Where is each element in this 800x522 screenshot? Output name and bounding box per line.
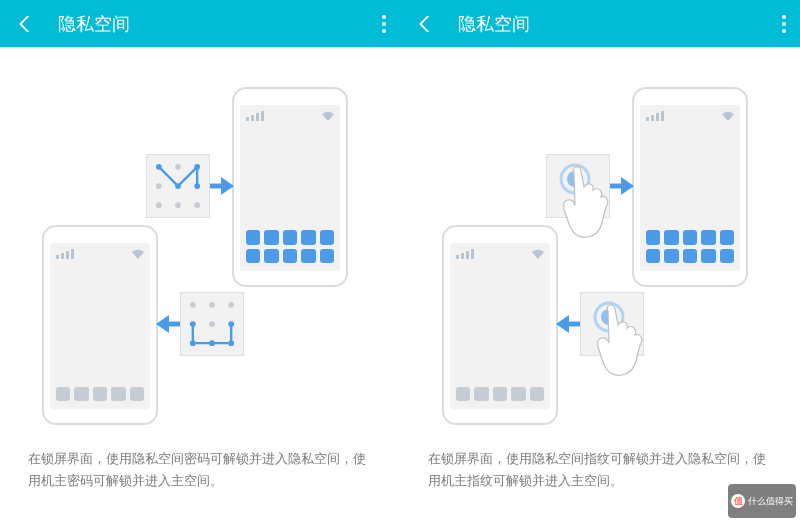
- svg-point-4: [175, 183, 181, 189]
- svg-point-1: [175, 164, 181, 170]
- back-icon[interactable]: [414, 13, 436, 35]
- svg-point-14: [190, 321, 196, 327]
- svg-point-11: [190, 302, 196, 308]
- svg-marker-21: [156, 315, 169, 333]
- page-title: 隐私空间: [58, 12, 130, 36]
- pattern-unlock-private: [146, 154, 210, 218]
- svg-point-17: [190, 340, 196, 346]
- svg-point-13: [228, 302, 234, 308]
- hand-icon: [558, 165, 614, 241]
- description-text: 在锁屏界面，使用隐私空间指纹可解锁并进入隐私空间，使用机主指纹可解锁并进入主空间…: [428, 448, 772, 492]
- svg-point-2: [194, 164, 200, 170]
- header: 隐私空间: [400, 0, 800, 47]
- svg-point-0: [156, 164, 162, 170]
- svg-point-18: [209, 340, 215, 346]
- back-icon[interactable]: [14, 13, 36, 35]
- arrow-right-icon: [210, 175, 234, 197]
- phone-main: [442, 225, 558, 425]
- panel-left: 隐私空间: [0, 0, 400, 522]
- svg-point-16: [228, 321, 234, 327]
- header: 隐私空间: [0, 0, 400, 47]
- svg-point-19: [228, 340, 234, 346]
- watermark-label: 什么值得买: [748, 495, 793, 508]
- overflow-menu-icon[interactable]: [382, 15, 386, 33]
- arrow-right-icon: [610, 175, 634, 197]
- page-title: 隐私空间: [458, 12, 530, 36]
- description-text: 在锁屏界面，使用隐私空间密码可解锁并进入隐私空间，使用机主密码可解锁并进入主空间…: [28, 448, 372, 492]
- phone-private: [632, 87, 748, 287]
- svg-marker-29: [556, 315, 569, 333]
- svg-point-3: [156, 183, 162, 189]
- phone-private: [232, 87, 348, 287]
- arrow-left-icon: [156, 313, 180, 335]
- watermark-icon: 值: [731, 494, 745, 508]
- arrow-left-icon: [556, 313, 580, 335]
- watermark: 值 什么值得买: [728, 484, 796, 518]
- pattern-unlock-main: [180, 292, 244, 356]
- phone-main: [42, 225, 158, 425]
- svg-point-5: [194, 183, 200, 189]
- svg-marker-10: [221, 177, 234, 195]
- svg-point-6: [156, 202, 162, 208]
- svg-marker-25: [621, 177, 634, 195]
- svg-point-12: [209, 302, 215, 308]
- panel-right: 隐私空间: [400, 0, 800, 522]
- svg-point-15: [209, 321, 215, 327]
- svg-point-7: [175, 202, 181, 208]
- svg-point-8: [194, 202, 200, 208]
- hand-icon: [592, 303, 648, 379]
- overflow-menu-icon[interactable]: [782, 15, 786, 33]
